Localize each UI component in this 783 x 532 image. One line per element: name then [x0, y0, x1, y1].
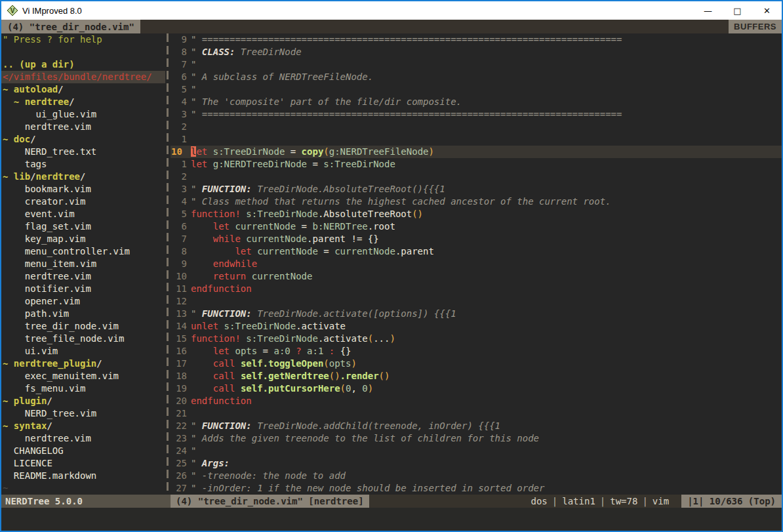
statusline-position: |1| 10/636 (Top)	[681, 495, 782, 508]
token: TreeDirNode.AbsoluteTreeRoot(){{{1	[252, 184, 445, 194]
token	[191, 383, 213, 394]
code-line[interactable]: 14unlet s:TreeDirNode.activate	[171, 320, 782, 333]
tree-item[interactable]: notifier.vim	[1, 283, 165, 295]
tree-item[interactable]: ~ plugin/	[1, 395, 165, 407]
window-title: Vi IMproved 8.0	[22, 6, 82, 16]
code-line[interactable]: 4" The 'composite' part of the file/dir …	[171, 96, 782, 108]
token: .activate	[318, 333, 368, 344]
tree-item[interactable]: LICENCE	[1, 457, 165, 470]
code-line[interactable]: 7"	[171, 58, 782, 71]
code-line[interactable]: 3" =====================================…	[171, 108, 782, 121]
statusline-separator: |	[552, 496, 557, 506]
code-line[interactable]: 1let g:NERDTreeDirNode = s:TreeDirNode	[171, 158, 782, 171]
tree-item[interactable]: " Press ? for help	[1, 33, 165, 46]
code-line[interactable]: 6 let currentNode = b:NERDTree.root	[171, 220, 782, 233]
nerdtree-sidebar[interactable]: " Press ? for help.. (up a dir)</vimfile…	[1, 33, 165, 495]
code-line[interactable]: 4" Class method that returns the highest…	[171, 195, 782, 208]
code-line[interactable]: 25" Args:	[171, 457, 782, 470]
token: tree_dir_node.vim	[3, 320, 119, 333]
code-line[interactable]: 2	[171, 171, 782, 183]
tree-item[interactable]: creator.vim	[1, 195, 165, 208]
tree-item[interactable]: path.vim	[1, 308, 165, 320]
code-line[interactable]: 26" -treenode: the node to add	[171, 470, 782, 482]
tree-item[interactable]: README.markdown	[1, 470, 165, 482]
tree-item[interactable]: nerdtree.vim	[1, 270, 165, 283]
code-line[interactable]: 22" FUNCTION: TreeDirNode.addChild(treen…	[171, 420, 782, 432]
line-number: 22	[171, 420, 187, 432]
tree-item[interactable]: exec_menuitem.vim	[1, 370, 165, 382]
window-separator[interactable]	[165, 33, 171, 495]
tree-item[interactable]: ~	[1, 482, 165, 495]
code-line[interactable]: 24"	[171, 445, 782, 457]
code-text: " CLASS: TreeDirNode	[191, 46, 302, 58]
code-line[interactable]: 20endfunction	[171, 395, 782, 407]
code-line[interactable]: 9" =====================================…	[171, 33, 782, 46]
code-line[interactable]: 7 while currentNode.parent != {}	[171, 233, 782, 245]
tree-item[interactable]: event.vim	[1, 208, 165, 220]
tree-item[interactable]: NERD_tree.vim	[1, 407, 165, 420]
tree-item[interactable]: key_map.vim	[1, 233, 165, 245]
code-line[interactable]: 18 call self.getNerdtree().render()	[171, 370, 782, 382]
line-number: 12	[171, 295, 187, 308]
code-line[interactable]: 16 let opts = a:0 ? a:1 : {}	[171, 345, 782, 358]
code-line[interactable]: 10 return currentNode	[171, 270, 782, 283]
tree-item[interactable]: nerdtree.vim	[1, 121, 165, 133]
code-line[interactable]: 27" -inOrder: 1 if the new node should b…	[171, 482, 782, 495]
tree-item[interactable]: flag_set.vim	[1, 220, 165, 233]
code-line[interactable]: 8" CLASS: TreeDirNode	[171, 46, 782, 58]
code-line[interactable]: 15function! s:TreeDirNode.activate(...)	[171, 333, 782, 345]
tab-active[interactable]: (4) "tree_dir_node.vim"	[1, 20, 140, 33]
code-line[interactable]: 6" A subclass of NERDTreeFileNode.	[171, 71, 782, 83]
code-line[interactable]: 9 endwhile	[171, 258, 782, 270]
code-line[interactable]: 19 call self.putCursorHere(0, 0)	[171, 382, 782, 395]
code-line[interactable]: 2	[171, 121, 782, 133]
token: "	[191, 184, 202, 194]
tree-item[interactable]: .. (up a dir)	[1, 58, 165, 71]
minimize-button[interactable]: —	[693, 1, 723, 20]
tree-item[interactable]: menu_item.vim	[1, 258, 165, 270]
code-line[interactable]: 10let s:TreeDirNode = copy(g:NERDTreeFil…	[171, 146, 782, 158]
tree-item[interactable]: tree_dir_node.vim	[1, 320, 165, 333]
tree-item[interactable]: ui.vim	[1, 345, 165, 358]
line-number: 5	[171, 208, 187, 220]
code-line[interactable]: 11endfunction	[171, 283, 782, 295]
statusline-nerdtree: NERDTree 5.0.0	[1, 495, 171, 508]
tree-item[interactable]: ~ nerdtree/	[1, 96, 165, 108]
code-line[interactable]: 12	[171, 295, 782, 308]
token: opener.vim	[3, 295, 80, 308]
token: "	[191, 308, 202, 319]
close-button[interactable]: ✕	[752, 1, 782, 20]
token: ui.vim	[3, 345, 58, 358]
tree-item[interactable]: menu_controller.vim	[1, 245, 165, 258]
tree-item[interactable]: NERD_tree.txt	[1, 146, 165, 158]
tree-item[interactable]: opener.vim	[1, 295, 165, 308]
tree-item[interactable]: CHANGELOG	[1, 445, 165, 457]
code-line[interactable]: 8 let currentNode = currentNode.parent	[171, 245, 782, 258]
code-line[interactable]: 1	[171, 133, 782, 146]
code-line[interactable]: 5"	[171, 83, 782, 96]
tree-item[interactable]: ui_glue.vim	[1, 108, 165, 121]
tree-item[interactable]: bookmark.vim	[1, 183, 165, 195]
code-line[interactable]: 17 call self.toggleOpen(opts)	[171, 358, 782, 370]
code-editor[interactable]: 9" =====================================…	[171, 33, 782, 495]
tree-item[interactable]: ~ nerdtree_plugin/	[1, 358, 165, 370]
code-line[interactable]: 13" FUNCTION: TreeDirNode.activate([opti…	[171, 308, 782, 320]
tree-item[interactable]: ~ autoload/	[1, 83, 165, 96]
code-line[interactable]: 23" Adds the given treenode to the list …	[171, 432, 782, 445]
tree-item[interactable]: ~ lib/nerdtree/	[1, 171, 165, 183]
tree-item[interactable]: ~ doc/	[1, 133, 165, 146]
maximize-button[interactable]: □	[723, 1, 752, 20]
tree-item[interactable]: nerdtree.vim	[1, 432, 165, 445]
code-line[interactable]: 21	[171, 407, 782, 420]
token: " The 'composite' part of the file/dir c…	[191, 96, 462, 107]
tree-item[interactable]: tags	[1, 158, 165, 171]
tree-item[interactable]: tree_file_node.vim	[1, 333, 165, 345]
code-line[interactable]: 3" FUNCTION: TreeDirNode.AbsoluteTreeRoo…	[171, 183, 782, 195]
token: LICENCE	[3, 457, 52, 470]
tree-item[interactable]: fs_menu.vim	[1, 382, 165, 395]
token: ~	[3, 358, 14, 370]
code-line[interactable]: 5function! s:TreeDirNode.AbsoluteTreeRoo…	[171, 208, 782, 220]
tab-bar-fill	[140, 20, 729, 33]
tree-item[interactable]: ~ syntax/	[1, 420, 165, 432]
tree-item[interactable]: </vimfiles/bundle/nerdtree/	[1, 71, 165, 83]
